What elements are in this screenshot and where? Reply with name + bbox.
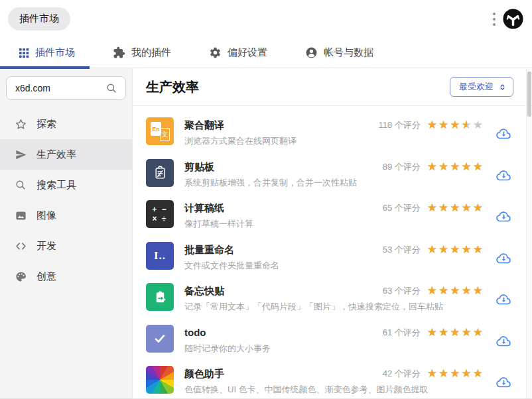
search-icon (14, 179, 27, 191)
cloud-download-icon[interactable] (496, 209, 512, 225)
plugin-description: 系统剪贴板增强，合并复制，合并一次性粘贴 (184, 177, 357, 189)
tab-2[interactable]: 我的插件 (113, 46, 171, 59)
plugin-name: todo (184, 326, 271, 339)
cloud-download-icon[interactable] (496, 375, 512, 390)
rating-count: 61 个评分 (383, 327, 421, 339)
rating-count: 118 个评分 (378, 119, 420, 131)
top-right-controls (490, 8, 524, 30)
kebab-menu-icon[interactable] (490, 9, 499, 30)
rating-count: 65 个评分 (383, 202, 421, 214)
plugin-row[interactable]: todo 随时记录你的大小事务 61 个评分 ★★★★★★★★★★ (146, 319, 512, 361)
rename-plugin-icon: I.. (146, 242, 174, 270)
tab-label: 我的插件 (131, 46, 171, 59)
sidebar-item-6[interactable]: 创意 (0, 261, 132, 292)
sidebar-item-label: 搜索工具 (36, 179, 76, 192)
sidebar-item-5[interactable]: 开发 (0, 231, 132, 261)
cloud-download-icon[interactable] (496, 334, 512, 349)
person-icon (305, 46, 318, 59)
star-rating: ★★★★★★★★★★ (427, 202, 484, 214)
plugin-description: 像打草稿一样计算 (184, 218, 253, 230)
plugin-name: 颜色助手 (184, 367, 383, 380)
rating-count: 42 个评分 (383, 368, 421, 380)
search-value: x6d.com (15, 83, 105, 93)
tab-label: 插件市场 (35, 46, 75, 59)
star-rating: ★★★★★★★★★★ (427, 119, 484, 131)
star-rating: ★★★★★★★★★★ (427, 368, 484, 380)
rating-count: 63 个评分 (383, 285, 421, 297)
tab-label: 帐号与数据 (324, 46, 373, 59)
palette-icon (14, 270, 27, 283)
image-icon (14, 209, 27, 222)
sidebar-item-label: 生产效率 (36, 148, 76, 161)
send-icon (14, 148, 27, 161)
plugin-description: 浏览器方式聚合在线网页翻译 (184, 135, 297, 147)
plugin-market-window: 插件市场 插件市场 我的插件 偏好设置 帐号与数据 (0, 0, 532, 399)
rating-count: 89 个评分 (383, 161, 421, 173)
page-title: 生产效率 (146, 78, 199, 96)
tab-3[interactable]: 偏好设置 (209, 46, 267, 59)
category-nav: 探索 生产效率 搜索工具 图像 开发 创意 (0, 109, 132, 292)
cloud-download-icon[interactable] (496, 168, 512, 184)
star-rating: ★★★★★★★★★★ (427, 244, 484, 256)
sidebar-item-label: 创意 (36, 270, 56, 283)
sort-select[interactable]: 最受欢迎 (450, 77, 513, 97)
scrollbar-track[interactable] (526, 69, 531, 398)
plugin-name: 计算稿纸 (184, 201, 253, 214)
star-rating: ★★★★★★★★★★ (427, 161, 484, 173)
sidebar-item-1[interactable]: 探索 (0, 109, 132, 139)
plugin-row[interactable]: + −× ÷ 计算稿纸 像打草稿一样计算 65 个评分 ★★★★★★★★★★ (146, 194, 512, 236)
content-area: x6d.com 探索 生产效率 搜索工具 图像 开发 创意 生产效率 最受欢迎 (0, 68, 532, 398)
tab-1[interactable]: 插件市场 (19, 46, 75, 59)
plugin-name: 聚合翻译 (184, 119, 297, 131)
plugin-name: 备忘快贴 (184, 284, 383, 297)
sidebar-item-3[interactable]: 搜索工具 (0, 170, 132, 200)
memo-plugin-icon (146, 283, 174, 311)
plugin-row[interactable]: 颜色助手 色值转换、UI 色卡、中国传统颜色、渐变色参考、图片颜色提取 42 个… (146, 360, 512, 398)
plugin-description: 色值转换、UI 色卡、中国传统颜色、渐变色参考、图片颜色提取 (184, 384, 383, 396)
search-input[interactable]: x6d.com (6, 76, 126, 100)
search-icon[interactable] (105, 82, 117, 94)
window-title-badge: 插件市场 (8, 7, 70, 30)
cloud-download-icon[interactable] (496, 251, 512, 266)
sidebar-item-label: 开发 (36, 240, 56, 253)
plugin-row[interactable]: 剪贴板 系统剪贴板增强，合并复制，合并一次性粘贴 89 个评分 ★★★★★★★★… (146, 153, 512, 195)
scrollbar-thumb[interactable] (527, 72, 531, 117)
grid-icon (19, 48, 29, 58)
star-rating: ★★★★★★★★★★ (427, 285, 484, 297)
sidebar-item-4[interactable]: 图像 (0, 200, 132, 231)
sidebar-item-label: 探索 (36, 118, 56, 131)
plugin-list: 文En 聚合翻译 浏览器方式聚合在线网页翻译 118 个评分 ★★★★★★★★★… (133, 106, 532, 398)
cloud-download-icon[interactable] (496, 127, 512, 142)
sidebar: x6d.com 探索 生产效率 搜索工具 图像 开发 创意 (0, 68, 133, 398)
plugin-name: 剪贴板 (184, 160, 357, 173)
top-bar: 插件市场 (0, 0, 532, 38)
plugin-description: 文件或文件夹批量重命名 (184, 260, 279, 272)
check-plugin-icon (146, 325, 174, 353)
plugin-row[interactable]: I.. 批量重命名 文件或文件夹批量重命名 53 个评分 ★★★★★★★★★★ (146, 236, 512, 278)
tab-4[interactable]: 帐号与数据 (305, 46, 373, 59)
calc-plugin-icon: + −× ÷ (146, 200, 174, 228)
active-tab-indicator (0, 66, 90, 69)
translate-plugin-icon: 文En (146, 117, 174, 145)
plugin-name: 批量重命名 (184, 243, 279, 256)
rating-count: 53 个评分 (383, 244, 421, 256)
sidebar-item-2[interactable]: 生产效率 (0, 139, 132, 170)
sidebar-item-label: 图像 (36, 209, 56, 222)
tab-bar: 插件市场 我的插件 偏好设置 帐号与数据 (0, 38, 532, 68)
puzzle-icon (113, 46, 125, 59)
plugin-row[interactable]: 备忘快贴 记录「常用文本」「代码片段」「图片」，快速搜索定位，回车粘贴 63 个… (146, 277, 512, 319)
colorwheel-plugin-icon (146, 366, 174, 394)
plugin-row[interactable]: 文En 聚合翻译 浏览器方式聚合在线网页翻译 118 个评分 ★★★★★★★★★… (146, 111, 512, 153)
sort-value: 最受欢迎 (459, 81, 494, 93)
plugin-description: 记录「常用文本」「代码片段」「图片」，快速搜索定位，回车粘贴 (184, 301, 383, 313)
brand-logo-icon (502, 8, 524, 30)
gear-icon (209, 46, 222, 59)
star-icon (14, 118, 27, 131)
clipboard-plugin-icon (146, 159, 174, 187)
star-rating: ★★★★★★★★★★ (427, 327, 484, 339)
cloud-download-icon[interactable] (496, 292, 512, 308)
code-icon (14, 240, 27, 253)
title-bar: 生产效率 最受欢迎 (133, 68, 532, 106)
plugin-description: 随时记录你的大小事务 (184, 343, 271, 355)
main-panel: 生产效率 最受欢迎 文En 聚合翻译 浏览器方式聚合在线网页翻译 118 个评分… (133, 68, 532, 398)
